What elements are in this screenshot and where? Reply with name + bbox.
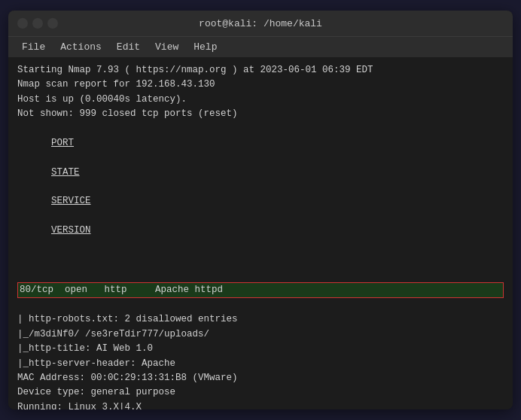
col-version: VERSION <box>51 225 91 236</box>
terminal-line-7: |_/m3diNf0/ /se3reTdir777/uploads/ <box>17 327 504 342</box>
col-spacer <box>51 152 74 163</box>
window-title: root@kali: /home/kali <box>199 18 322 29</box>
terminal-line-0: Starting Nmap 7.93 ( https://nmap.org ) … <box>17 63 504 78</box>
menu-actions[interactable]: Actions <box>54 40 108 54</box>
terminal-line-10: MAC Address: 00:0C:29:13:31:B8 (VMware) <box>17 371 504 385</box>
terminal-line-5-highlighted: 80/tcp open http Apache httpd <box>17 253 504 313</box>
maximize-button[interactable] <box>47 18 58 29</box>
terminal-window: root@kali: /home/kali File Actions Edit … <box>8 11 513 409</box>
col-port: PORT <box>51 138 74 148</box>
terminal-line-8: |_http-title: AI Web 1.0 <box>17 342 504 356</box>
terminal-line-11: Device type: general purpose <box>17 385 504 400</box>
menu-view[interactable]: View <box>149 40 184 54</box>
menu-edit[interactable]: Edit <box>111 40 146 54</box>
col-service: SERVICE <box>51 196 91 206</box>
terminal-line-9: |_http-server-header: Apache <box>17 357 504 371</box>
terminal-line-2: Host is up (0.00040s latency). <box>17 93 504 107</box>
menubar: File Actions Edit View Help <box>8 36 513 57</box>
menu-file[interactable]: File <box>16 40 51 54</box>
terminal-body[interactable]: Starting Nmap 7.93 ( https://nmap.org ) … <box>8 57 513 409</box>
close-button[interactable] <box>17 18 28 29</box>
window-controls <box>17 18 58 29</box>
highlighted-port-line: 80/tcp open http Apache httpd <box>17 282 504 298</box>
terminal-line-3: Not shown: 999 closed tcp ports (reset) <box>17 107 504 121</box>
menu-help[interactable]: Help <box>187 40 223 54</box>
col-state: STATE <box>51 167 80 178</box>
col-spacer3 <box>51 211 62 221</box>
col-spacer2 <box>51 181 62 192</box>
terminal-line-1: Nmap scan report for 192.168.43.130 <box>17 78 504 92</box>
terminal-line-4: PORT STATE SERVICE VERSION <box>17 122 504 253</box>
titlebar: root@kali: /home/kali <box>8 11 513 36</box>
terminal-line-6: | http-robots.txt: 2 disallowed entries <box>17 312 504 327</box>
terminal-line-12: Running: Linux 3.X|4.X <box>17 400 504 409</box>
minimize-button[interactable] <box>32 18 43 29</box>
